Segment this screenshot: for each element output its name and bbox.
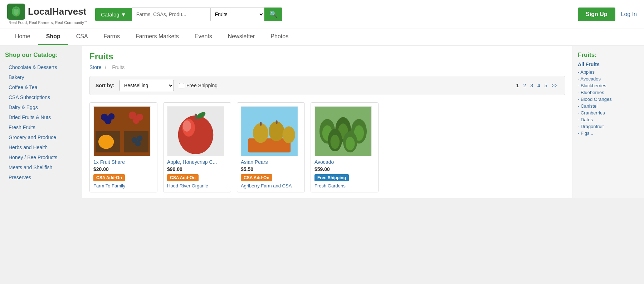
main-layout: Shop our Catalog: Chocolate & Desserts B… bbox=[0, 46, 644, 198]
breadcrumb-store[interactable]: Store bbox=[89, 64, 101, 70]
svg-point-15 bbox=[133, 118, 140, 124]
fruit-item-figs[interactable]: - Figs... bbox=[578, 130, 639, 137]
sort-bar: Sort by: Bestselling Price: Low to High … bbox=[89, 76, 565, 95]
svg-rect-23 bbox=[195, 114, 197, 120]
fruit-item-blueberries[interactable]: - Blueberries bbox=[578, 89, 639, 96]
product-price-fruit-share: $20.00 bbox=[93, 166, 153, 172]
all-fruits-link[interactable]: All Fruits bbox=[578, 62, 639, 67]
svg-point-32 bbox=[282, 126, 295, 143]
search-button[interactable]: 🔍 bbox=[264, 8, 282, 21]
fruit-item-dates[interactable]: - Dates bbox=[578, 116, 639, 123]
svg-point-30 bbox=[269, 121, 284, 141]
product-name-avocado: Avocado bbox=[314, 159, 375, 165]
nav-photos[interactable]: Photos bbox=[263, 29, 296, 45]
catalog-button[interactable]: Catalog ▼ bbox=[95, 8, 132, 21]
fruit-item-blood-oranges[interactable]: - Blood Oranges bbox=[578, 96, 639, 103]
free-shipping-label: Free Shipping bbox=[186, 83, 218, 88]
sidebar-item-dairy[interactable]: Dairy & Eggs bbox=[5, 102, 77, 112]
product-badge-pears: CSA Add-On bbox=[241, 174, 272, 181]
sidebar-item-dried[interactable]: Dried Fruits & Nuts bbox=[5, 112, 77, 122]
product-badge-apple: CSA Add-On bbox=[167, 174, 199, 181]
sidebar-item-grocery[interactable]: Grocery and Produce bbox=[5, 132, 77, 142]
sidebar-title: Shop our Catalog: bbox=[5, 52, 77, 59]
product-card-fruit-share[interactable]: 1x Fruit Share $20.00 CSA Add-On Farm To… bbox=[89, 102, 157, 192]
product-price-apple: $90.00 bbox=[167, 166, 227, 172]
logo-area: LocalHarvest Real Food, Real Farmers, Re… bbox=[7, 4, 88, 25]
nav-home[interactable]: Home bbox=[7, 29, 38, 45]
product-seller-fruit-share[interactable]: Farm To Family bbox=[93, 183, 125, 188]
nav-newsletter[interactable]: Newsletter bbox=[220, 29, 263, 45]
product-seller-apple[interactable]: Hood River Organic bbox=[167, 183, 208, 188]
fruit-item-canistel[interactable]: - Canistel bbox=[578, 103, 639, 109]
nav-farmers-markets[interactable]: Farmers Markets bbox=[128, 29, 187, 45]
logo-row: LocalHarvest bbox=[7, 4, 88, 20]
sidebar-item-meats[interactable]: Meats and Shellfish bbox=[5, 162, 77, 172]
fruit-item-cranberries[interactable]: - Cranberries bbox=[578, 109, 639, 116]
nav-farms[interactable]: Farms bbox=[96, 29, 128, 45]
page-next[interactable]: >> bbox=[550, 82, 559, 89]
header: LocalHarvest Real Food, Real Farmers, Re… bbox=[0, 0, 644, 29]
fruit-item-dragonfruit[interactable]: - Dragonfruit bbox=[578, 123, 639, 130]
sort-label: Sort by: bbox=[96, 83, 114, 88]
breadcrumb: Store / Fruits bbox=[89, 64, 565, 70]
svg-rect-29 bbox=[260, 122, 262, 126]
sidebar-item-fresh-fruits[interactable]: Fresh Fruits bbox=[5, 122, 77, 132]
sidebar-item-herbs[interactable]: Herbs and Health bbox=[5, 142, 77, 152]
svg-point-41 bbox=[331, 135, 340, 149]
sidebar-item-csa[interactable]: CSA Subscriptions bbox=[5, 92, 77, 102]
page-4[interactable]: 4 bbox=[536, 82, 542, 89]
svg-point-19 bbox=[135, 141, 141, 147]
page-1[interactable]: 1 bbox=[514, 82, 521, 89]
signup-button[interactable]: Sign Up bbox=[578, 8, 615, 21]
breadcrumb-current: Fruits bbox=[112, 64, 125, 70]
svg-point-16 bbox=[98, 135, 114, 149]
page-title: Fruits bbox=[89, 52, 565, 62]
search-input[interactable] bbox=[132, 8, 211, 21]
free-shipping-input[interactable] bbox=[179, 83, 184, 88]
product-seller-pears[interactable]: Agriberry Farm and CSA bbox=[241, 183, 292, 188]
logo-text: LocalHarvest bbox=[28, 6, 86, 17]
sidebar: Shop our Catalog: Chocolate & Desserts B… bbox=[0, 46, 82, 198]
pagination: 1 2 3 4 5 >> bbox=[514, 82, 559, 89]
nav-events[interactable]: Events bbox=[187, 29, 220, 45]
svg-point-12 bbox=[104, 117, 112, 124]
svg-point-28 bbox=[253, 123, 268, 143]
nav-csa[interactable]: CSA bbox=[68, 29, 96, 45]
product-seller-avocado[interactable]: Fresh Gardens bbox=[314, 183, 346, 188]
sidebar-item-bakery[interactable]: Bakery bbox=[5, 72, 77, 82]
auth-area: Sign Up Log In bbox=[578, 8, 637, 21]
product-price-pears: $5.50 bbox=[241, 166, 301, 172]
tagline: Real Food, Real Farmers, Real Community℠ bbox=[7, 20, 88, 25]
product-card-pears[interactable]: Asian Pears $5.50 CSA Add-On Agriberry F… bbox=[237, 102, 305, 192]
svg-point-18 bbox=[137, 136, 142, 141]
breadcrumb-separator: / bbox=[105, 64, 108, 70]
free-shipping-checkbox[interactable]: Free Shipping bbox=[179, 83, 218, 88]
sort-select[interactable]: Bestselling Price: Low to High Price: Hi… bbox=[119, 80, 174, 91]
product-image-fruit-share bbox=[93, 106, 151, 156]
page-3[interactable]: 3 bbox=[528, 82, 535, 89]
sidebar-item-preserves[interactable]: Preserves bbox=[5, 172, 77, 182]
product-image-pears bbox=[241, 106, 298, 156]
svg-point-25 bbox=[183, 120, 191, 132]
product-card-apple[interactable]: Apple, Honeycrisp C... $90.00 CSA Add-On… bbox=[163, 102, 231, 192]
product-name-pears: Asian Pears bbox=[241, 159, 301, 165]
svg-rect-31 bbox=[276, 120, 278, 124]
sidebar-item-chocolate[interactable]: Chocolate & Desserts bbox=[5, 62, 77, 72]
product-badge-avocado: Free Shipping bbox=[314, 174, 349, 181]
product-name-apple: Apple, Honeycrisp C... bbox=[167, 159, 227, 165]
fruit-item-blackberries[interactable]: - Blackberries bbox=[578, 82, 639, 89]
product-card-avocado[interactable]: Avocado $59.00 Free Shipping Fresh Garde… bbox=[311, 102, 379, 192]
svg-point-43 bbox=[346, 137, 355, 150]
login-link[interactable]: Log In bbox=[621, 11, 637, 18]
fruit-item-apples[interactable]: - Apples bbox=[578, 69, 639, 75]
page-2[interactable]: 2 bbox=[521, 82, 528, 89]
fruit-item-avocados[interactable]: - Avocados bbox=[578, 75, 639, 82]
sidebar-item-honey[interactable]: Honey / Bee Products bbox=[5, 152, 77, 162]
page-5[interactable]: 5 bbox=[543, 82, 549, 89]
right-sidebar: Fruits: All Fruits - Apples - Avocados -… bbox=[572, 46, 644, 198]
sidebar-item-coffee[interactable]: Coffee & Tea bbox=[5, 82, 77, 92]
fruits-sidebar-title: Fruits: bbox=[578, 52, 639, 59]
nav-shop[interactable]: Shop bbox=[38, 29, 68, 45]
category-select[interactable]: Fruits Vegetables Dairy Meats Bakery bbox=[211, 8, 264, 21]
svg-point-21 bbox=[178, 116, 214, 154]
